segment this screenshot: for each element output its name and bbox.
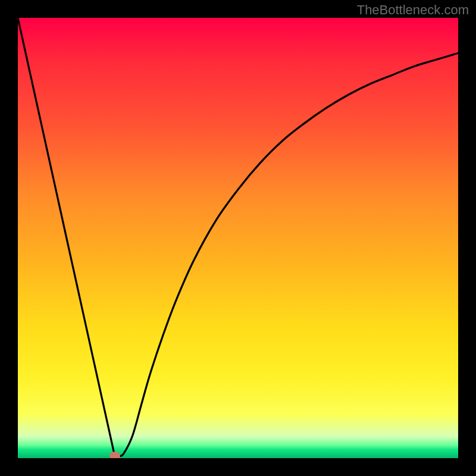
chart-frame: TheBottleneck.com <box>0 0 476 476</box>
curve-line <box>18 18 458 458</box>
minimum-marker <box>109 452 120 458</box>
watermark-text: TheBottleneck.com <box>357 2 469 18</box>
plot-area <box>18 18 458 458</box>
